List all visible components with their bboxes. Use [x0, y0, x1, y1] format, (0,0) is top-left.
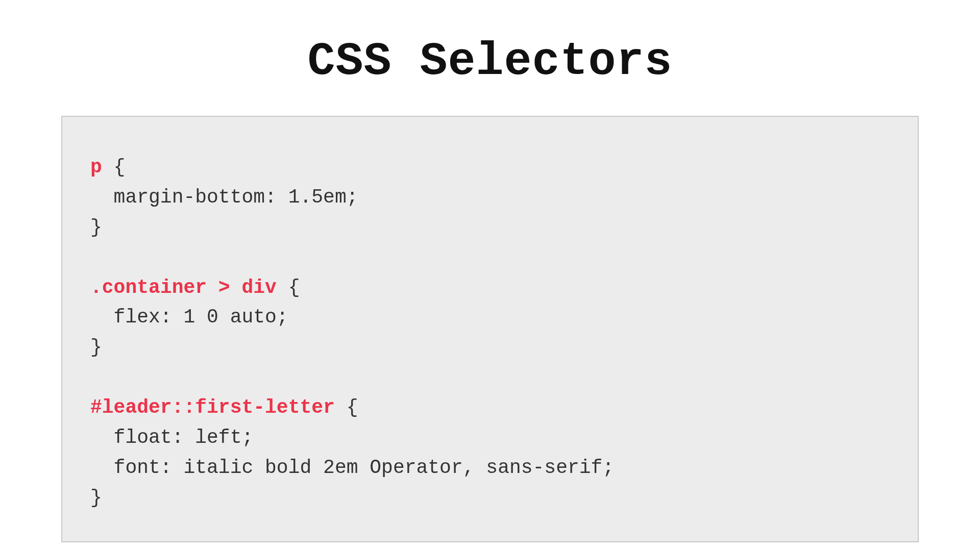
css-declaration: flex: 1 0 auto;	[90, 306, 288, 328]
css-declaration: font: italic bold 2em Operator, sans-ser…	[90, 457, 614, 479]
slide: CSS Selectors p { margin-bottom: 1.5em; …	[0, 0, 980, 551]
css-declaration: margin-bottom: 1.5em;	[90, 186, 358, 208]
code-box: p { margin-bottom: 1.5em; } .container >…	[61, 116, 919, 542]
brace-open: {	[102, 156, 126, 178]
css-selector: .container > div	[90, 277, 277, 298]
css-selector: #leader::first-letter	[90, 396, 335, 418]
brace-open: {	[335, 396, 358, 418]
css-declaration: float: left;	[90, 427, 253, 448]
brace-close: }	[90, 216, 102, 238]
brace-close: }	[90, 336, 102, 358]
css-selector: p	[90, 156, 102, 178]
slide-title: CSS Selectors	[307, 36, 672, 88]
brace-close: }	[90, 487, 102, 509]
code-block: p { margin-bottom: 1.5em; } .container >…	[90, 153, 890, 513]
brace-open: {	[277, 277, 300, 298]
